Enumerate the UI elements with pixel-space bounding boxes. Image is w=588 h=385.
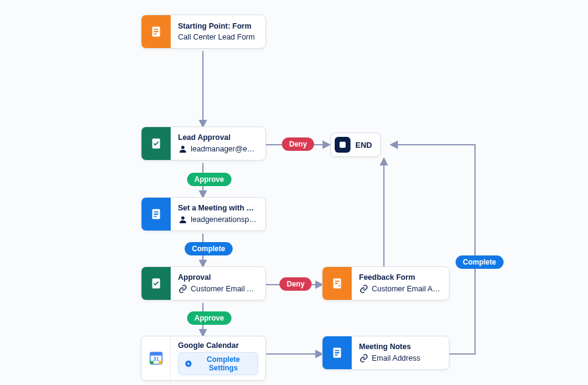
link-icon: [359, 284, 369, 294]
node-title: Lead Approval: [178, 133, 258, 142]
svg-text:31: 31: [153, 356, 159, 362]
node-subtitle: Customer Email Addr...: [191, 285, 258, 293]
badge-approve: Approve: [187, 173, 231, 186]
svg-point-10: [181, 217, 184, 220]
node-title: Feedback Form: [359, 273, 442, 282]
approval-icon: [142, 127, 171, 160]
node-feedback-form[interactable]: Feedback Form Customer Email Addr...: [322, 266, 450, 300]
feedback-icon: [323, 267, 352, 300]
form-icon: [142, 15, 171, 48]
node-title: Google Calendar: [178, 341, 258, 350]
svg-point-5: [181, 146, 184, 149]
button-label: Complete Settings: [195, 355, 251, 372]
complete-settings-button[interactable]: Complete Settings: [178, 352, 258, 375]
person-icon: [178, 144, 188, 154]
node-subtitle: leadmanager@exampl...: [191, 145, 258, 153]
node-starting-point[interactable]: Starting Point: Form Call Center Lead Fo…: [141, 15, 266, 49]
form-icon: [142, 198, 171, 231]
node-meeting-notes[interactable]: Meeting Notes Email Address: [322, 336, 450, 370]
badge-approve: Approve: [187, 311, 231, 325]
node-subtitle: Customer Email Addr...: [372, 285, 442, 293]
connector-lines: [0, 0, 588, 385]
node-set-meeting[interactable]: Set a Meeting with Customer leadgenerati…: [141, 197, 266, 231]
node-end[interactable]: END: [330, 133, 381, 157]
workflow-canvas: Starting Point: Form Call Center Lead Fo…: [0, 0, 588, 385]
node-google-calendar[interactable]: 31 Google Calendar Complete Settings: [141, 336, 266, 381]
node-approval[interactable]: Approval Customer Email Addr...: [141, 266, 266, 300]
end-label: END: [355, 140, 372, 150]
badge-deny: Deny: [282, 137, 314, 151]
node-title: Set a Meeting with Customer: [178, 204, 258, 212]
form-icon: [323, 336, 352, 369]
end-icon: [335, 137, 350, 153]
svg-rect-14: [159, 361, 162, 364]
node-title: Starting Point: Form: [178, 22, 258, 30]
plus-circle-icon: [185, 359, 192, 368]
badge-complete: Complete: [185, 242, 233, 255]
node-subtitle: Email Address: [372, 354, 420, 362]
node-title: Approval: [178, 273, 258, 282]
link-icon: [178, 284, 188, 294]
google-calendar-icon: 31: [142, 336, 171, 380]
node-subtitle: Call Center Lead Form: [178, 33, 255, 41]
badge-complete: Complete: [456, 255, 504, 269]
approval-icon: [142, 267, 171, 300]
node-title: Meeting Notes: [359, 342, 442, 351]
person-icon: [178, 215, 188, 224]
badge-deny: Deny: [279, 277, 312, 291]
node-subtitle: leadgenerationspecial...: [191, 215, 258, 224]
link-icon: [359, 353, 369, 363]
svg-rect-18: [340, 142, 346, 148]
node-lead-approval[interactable]: Lead Approval leadmanager@exampl...: [141, 127, 266, 161]
svg-rect-13: [150, 352, 162, 355]
